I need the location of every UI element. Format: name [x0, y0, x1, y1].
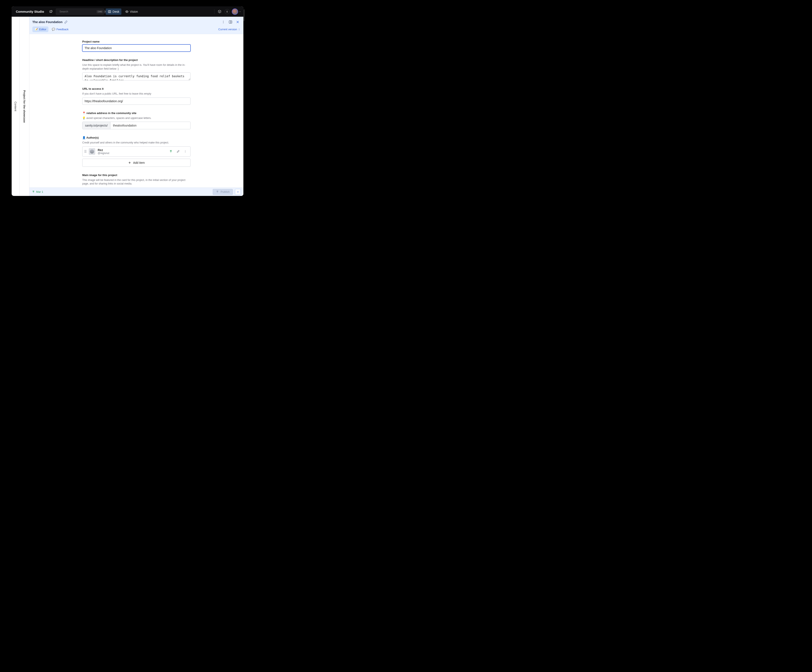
svg-rect-2	[108, 10, 111, 13]
kebab-icon	[222, 21, 225, 24]
field-url: URL to access it If you don't have a pub…	[82, 87, 191, 105]
close-icon	[236, 21, 239, 24]
author-handle: @regisnut	[98, 152, 109, 155]
compose-button[interactable]	[48, 9, 54, 15]
svg-point-5	[223, 22, 223, 22]
version-selector[interactable]: Current version	[218, 28, 241, 31]
topbar-right: 0	[214, 9, 241, 15]
form-scroll[interactable]: Project name Headline / short descriptio…	[29, 34, 243, 188]
svg-point-10	[185, 152, 186, 152]
person-icon: 👤	[82, 136, 85, 139]
eye-icon	[125, 10, 128, 13]
bulb-icon: 💡	[82, 116, 85, 120]
slug-prefix: sanity.io/projects/	[82, 122, 110, 129]
slug-box: sanity.io/projects/ thealoofoundation	[82, 121, 191, 129]
publish-button[interactable]: Publish	[213, 189, 233, 195]
add-author-button[interactable]: Add item	[82, 159, 191, 167]
headline-input[interactable]: Aloo Foundation is currently funding foo…	[82, 72, 191, 80]
chevron-down-icon	[239, 10, 241, 13]
author-edit-icon[interactable]	[175, 149, 181, 154]
memo-icon: 📝	[34, 28, 38, 31]
author-publish-icon[interactable]	[168, 149, 174, 154]
publish-icon	[216, 190, 219, 193]
topbar-divider	[214, 9, 215, 14]
field-authors: 👤 Author(s) Credit yourself and others i…	[82, 136, 191, 167]
window-scrollbar[interactable]	[244, 9, 244, 21]
svg-point-4	[223, 21, 223, 21]
author-actions	[168, 149, 188, 154]
app-window: Community Studio CMDK Desk Vision 0	[12, 6, 243, 196]
search-input[interactable]	[60, 10, 95, 13]
panel-tabs: 📝 Editor 💬 Feedback Current version	[32, 26, 241, 34]
close-panel-button[interactable]	[235, 19, 241, 25]
author-name: Rez	[98, 148, 109, 152]
pin-icon: 📍	[82, 111, 85, 115]
tool-vision[interactable]: Vision	[123, 9, 140, 15]
sidecol-content[interactable]: Content	[12, 17, 20, 196]
package-button[interactable]	[217, 9, 222, 15]
brand-title: Community Studio	[14, 10, 46, 13]
field-main-image: Main image for this project This image w…	[82, 173, 191, 188]
document-title: The aloo Foundation	[32, 21, 63, 24]
author-avatar	[89, 148, 95, 155]
chevron-down-icon	[236, 190, 239, 193]
svg-point-8	[185, 150, 186, 150]
panel-header: The aloo Foundation	[29, 17, 243, 34]
publish-menu[interactable]	[235, 189, 241, 195]
form: Project name Headline / short descriptio…	[82, 40, 191, 188]
link-icon[interactable]	[64, 21, 67, 24]
drag-handle[interactable]	[85, 150, 86, 153]
select-icon	[238, 28, 241, 31]
svg-point-6	[223, 23, 223, 23]
author-menu-icon[interactable]	[182, 149, 188, 154]
speech-icon: 💬	[52, 28, 55, 31]
last-published[interactable]: Mar 1	[32, 190, 43, 193]
tool-desk[interactable]: Desk	[106, 9, 121, 15]
split-pane-button[interactable]	[228, 19, 233, 25]
account-menu[interactable]	[232, 9, 241, 15]
uparrow-icon	[32, 190, 35, 193]
split-icon	[229, 20, 232, 24]
field-headline: Headline / short description for the pro…	[82, 58, 191, 80]
author-item[interactable]: Rez @regisnut	[82, 146, 191, 157]
slug-input[interactable]: thealoofoundation	[110, 122, 190, 129]
project-name-input[interactable]	[82, 44, 191, 51]
field-slug: 📍 relative address in the community site…	[82, 111, 191, 130]
editor-panel: The aloo Foundation	[29, 17, 243, 196]
sidecol-project[interactable]: Project for the showcase	[20, 17, 29, 196]
panel-footer: Mar 1 Publish	[29, 188, 243, 196]
topbar: Community Studio CMDK Desk Vision 0	[12, 6, 243, 17]
tab-feedback[interactable]: 💬 Feedback	[50, 26, 71, 32]
search-box[interactable]: CMDK	[56, 9, 104, 15]
avatar	[232, 9, 238, 15]
field-project-name: Project name	[82, 40, 191, 51]
tab-editor[interactable]: 📝 Editor	[32, 26, 48, 32]
plus-icon	[128, 161, 131, 164]
package-icon	[218, 10, 222, 13]
panels-icon	[108, 10, 111, 13]
panel-menu[interactable]	[220, 19, 226, 25]
svg-point-9	[185, 151, 186, 152]
notification-count[interactable]: 0	[225, 9, 230, 14]
body: Content Project for the showcase The alo…	[12, 17, 243, 196]
url-input[interactable]	[82, 97, 191, 105]
svg-point-3	[126, 11, 127, 12]
